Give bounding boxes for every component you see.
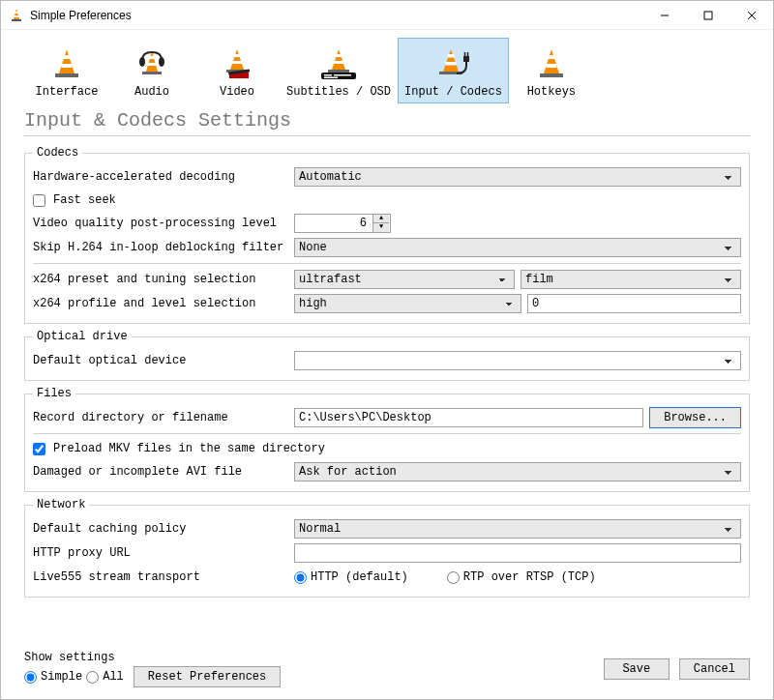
svg-point-17 bbox=[159, 57, 164, 67]
proxy-input[interactable] bbox=[294, 543, 741, 563]
divider bbox=[33, 263, 741, 264]
svg-marker-32 bbox=[443, 49, 459, 72]
x264-tuning-select[interactable]: film bbox=[521, 270, 741, 289]
show-settings-all[interactable]: All bbox=[86, 670, 124, 684]
damaged-avi-label: Damaged or incomplete AVI file bbox=[33, 465, 294, 479]
live555-rtp-radio[interactable] bbox=[447, 571, 460, 584]
svg-marker-24 bbox=[332, 49, 345, 70]
category-toolbar: Interface Audio Video Subtitles / OSD In… bbox=[1, 30, 773, 103]
spinner-down-icon[interactable]: ▼ bbox=[373, 223, 389, 232]
svg-rect-41 bbox=[546, 64, 556, 68]
window-title: Simple Preferences bbox=[30, 9, 642, 22]
divider bbox=[33, 433, 741, 434]
content-area: Codecs Hardware-accelerated decoding Aut… bbox=[1, 142, 773, 645]
record-dir-label: Record directory or filename bbox=[33, 411, 294, 424]
optical-group: Optical drive Default optical device bbox=[24, 330, 750, 381]
svg-rect-19 bbox=[234, 54, 241, 57]
preload-mkv-label: Preload MKV files in the same directory bbox=[53, 442, 325, 455]
x264-profile-label: x264 profile and level selection bbox=[33, 297, 294, 310]
svg-rect-9 bbox=[64, 55, 71, 59]
svg-rect-14 bbox=[148, 63, 157, 66]
svg-rect-11 bbox=[55, 73, 78, 77]
svg-rect-27 bbox=[328, 70, 349, 73]
cone-icon bbox=[532, 44, 571, 83]
live555-rtp-option[interactable]: RTP over RTSP (TCP) bbox=[447, 570, 596, 584]
all-radio[interactable] bbox=[86, 671, 99, 684]
svg-rect-42 bbox=[540, 73, 563, 77]
caching-select[interactable]: Normal bbox=[294, 519, 741, 539]
tab-audio-label: Audio bbox=[134, 85, 169, 99]
tab-hotkeys-label: Hotkeys bbox=[527, 85, 576, 99]
tab-video[interactable]: Video bbox=[194, 38, 280, 103]
x264-preset-label: x264 preset and tuning selection bbox=[33, 273, 294, 286]
browse-button[interactable]: Browse... bbox=[649, 407, 741, 428]
tab-subtitles[interactable]: Subtitles / OSD bbox=[280, 38, 398, 103]
fast-seek-checkbox[interactable] bbox=[33, 194, 45, 207]
close-button[interactable] bbox=[729, 1, 773, 29]
x264-level-input[interactable] bbox=[527, 294, 741, 313]
svg-rect-20 bbox=[232, 61, 242, 64]
x264-profile-select[interactable]: high bbox=[294, 294, 521, 313]
show-settings-simple[interactable]: Simple bbox=[24, 670, 82, 684]
svg-rect-36 bbox=[463, 56, 469, 62]
files-legend: Files bbox=[33, 387, 75, 400]
live555-http-radio[interactable] bbox=[294, 571, 307, 584]
svg-rect-1 bbox=[15, 12, 17, 14]
svg-marker-8 bbox=[59, 49, 74, 73]
tab-video-label: Video bbox=[220, 85, 254, 99]
tab-hotkeys[interactable]: Hotkeys bbox=[509, 38, 594, 103]
files-group: Files Record directory or filename Brows… bbox=[24, 387, 750, 492]
simple-radio[interactable] bbox=[24, 671, 37, 684]
divider bbox=[24, 135, 750, 136]
quality-input[interactable] bbox=[295, 215, 372, 232]
reset-preferences-button[interactable]: Reset Preferences bbox=[134, 666, 281, 687]
subtitles-cone-icon bbox=[319, 44, 358, 83]
proxy-label: HTTP proxy URL bbox=[33, 546, 294, 560]
quality-label: Video quality post-processing level bbox=[33, 217, 294, 230]
preferences-window: Simple Preferences Interface Audio Video bbox=[0, 0, 774, 700]
optical-legend: Optical drive bbox=[33, 330, 132, 343]
minimize-button[interactable] bbox=[642, 1, 686, 29]
svg-rect-25 bbox=[336, 54, 342, 57]
quality-spinner[interactable]: ▲▼ bbox=[294, 214, 391, 233]
svg-marker-18 bbox=[230, 49, 244, 70]
save-button[interactable]: Save bbox=[604, 658, 670, 680]
optical-device-select[interactable] bbox=[294, 351, 741, 370]
svg-rect-31 bbox=[324, 77, 338, 79]
clapper-cone-icon bbox=[218, 44, 256, 83]
svg-marker-12 bbox=[146, 51, 158, 72]
tab-interface[interactable]: Interface bbox=[24, 38, 109, 103]
svg-rect-30 bbox=[334, 74, 351, 76]
caching-label: Default caching policy bbox=[33, 522, 294, 536]
svg-rect-40 bbox=[548, 55, 554, 59]
svg-rect-34 bbox=[446, 62, 457, 66]
titlebar: Simple Preferences bbox=[1, 1, 773, 30]
live555-http-option[interactable]: HTTP (default) bbox=[294, 570, 408, 584]
plug-cone-icon bbox=[433, 44, 472, 83]
vlc-app-icon bbox=[9, 8, 24, 23]
svg-rect-10 bbox=[62, 64, 73, 68]
hw-decoding-select[interactable]: Automatic bbox=[294, 167, 741, 187]
svg-rect-15 bbox=[142, 72, 162, 74]
svg-rect-13 bbox=[149, 56, 155, 59]
network-group: Network Default caching policy Normal HT… bbox=[24, 498, 750, 598]
tab-interface-label: Interface bbox=[36, 85, 99, 99]
skip-h264-select[interactable]: None bbox=[294, 238, 741, 257]
cone-icon bbox=[47, 44, 86, 83]
record-dir-input[interactable] bbox=[294, 408, 643, 427]
svg-marker-39 bbox=[544, 49, 559, 73]
tab-input-codecs[interactable]: Input / Codecs bbox=[398, 38, 509, 103]
svg-rect-5 bbox=[704, 12, 712, 19]
maximize-button[interactable] bbox=[686, 1, 729, 29]
tab-input-codecs-label: Input / Codecs bbox=[404, 85, 502, 99]
optical-device-label: Default optical device bbox=[33, 354, 294, 367]
svg-rect-2 bbox=[15, 15, 19, 17]
cancel-button[interactable]: Cancel bbox=[679, 658, 750, 680]
tab-subtitles-label: Subtitles / OSD bbox=[286, 85, 391, 99]
x264-preset-select[interactable]: ultrafast bbox=[294, 270, 515, 289]
damaged-avi-select[interactable]: Ask for action bbox=[294, 462, 741, 481]
preload-mkv-checkbox[interactable] bbox=[33, 443, 45, 455]
fast-seek-label: Fast seek bbox=[53, 193, 116, 207]
skip-h264-label: Skip H.264 in-loop deblocking filter bbox=[33, 241, 294, 254]
tab-audio[interactable]: Audio bbox=[109, 38, 194, 103]
